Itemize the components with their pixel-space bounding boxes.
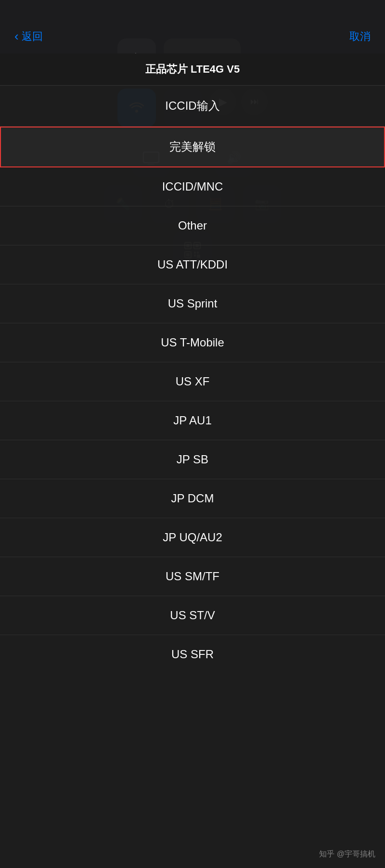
menu-item-us-sfr[interactable]: US SFR xyxy=(0,635,385,674)
menu-item-perfect-unlock[interactable]: 完美解锁 xyxy=(0,127,385,167)
menu-item-iccid-mnc[interactable]: ICCID/MNC xyxy=(0,167,385,206)
menu-item-us-att-kddi[interactable]: US ATT/KDDI xyxy=(0,245,385,284)
menu-item-us-xf[interactable]: US XF xyxy=(0,362,385,401)
menu-item-jp-uq-au2[interactable]: JP UQ/AU2 xyxy=(0,518,385,557)
menu-item-us-sm-tf[interactable]: US SM/TF xyxy=(0,557,385,596)
title-bar: 正品芯片 LTE4G V5 xyxy=(0,53,385,86)
menu-list: ICCID输入完美解锁ICCID/MNCOtherUS ATT/KDDIUS S… xyxy=(0,86,385,868)
menu-item-iccid-input[interactable]: ICCID输入 xyxy=(0,86,385,127)
menu-item-jp-au1[interactable]: JP AU1 xyxy=(0,401,385,440)
watermark: 知乎 @宇哥搞机 xyxy=(319,849,375,859)
back-button[interactable]: ‹ 返回 xyxy=(14,29,43,44)
menu-item-other[interactable]: Other xyxy=(0,206,385,245)
back-chevron-icon: ‹ xyxy=(14,29,19,44)
cancel-button[interactable]: 取消 xyxy=(349,29,371,44)
menu-item-jp-dcm[interactable]: JP DCM xyxy=(0,479,385,518)
modal-container: ‹ 返回 取消 正品芯片 LTE4G V5 ICCID输入完美解锁ICCID/M… xyxy=(0,0,385,868)
back-label: 返回 xyxy=(22,29,43,44)
page-title: 正品芯片 LTE4G V5 xyxy=(145,63,240,75)
menu-item-us-sprint[interactable]: US Sprint xyxy=(0,284,385,323)
menu-item-us-t-mobile[interactable]: US T-Mobile xyxy=(0,323,385,362)
menu-item-us-st-v[interactable]: US ST/V xyxy=(0,596,385,635)
menu-item-jp-sb[interactable]: JP SB xyxy=(0,440,385,479)
nav-bar: ‹ 返回 取消 xyxy=(0,0,385,53)
